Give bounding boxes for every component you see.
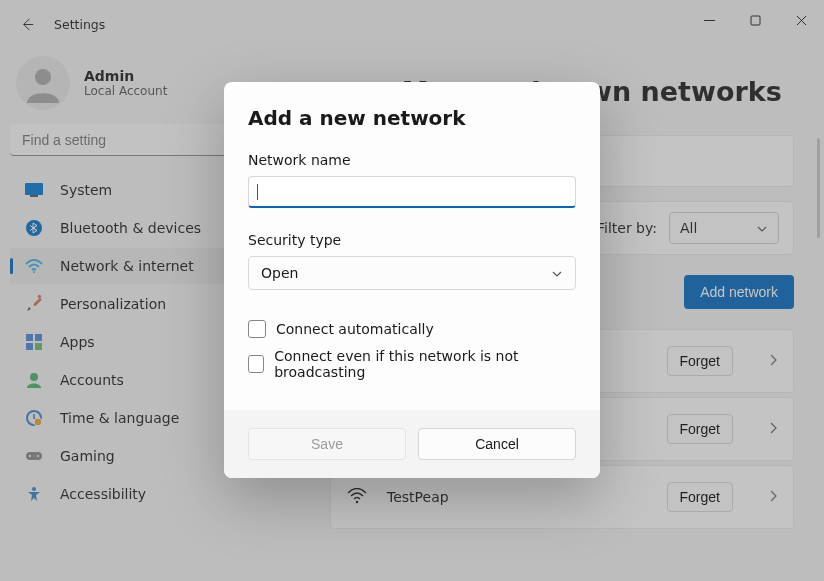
cancel-button[interactable]: Cancel [418, 428, 576, 460]
connect-broadcast-checkbox[interactable] [248, 355, 264, 373]
connect-automatically-label: Connect automatically [276, 321, 434, 337]
add-network-dialog: Add a new network Network name Security … [224, 82, 600, 478]
network-name-input[interactable] [258, 183, 567, 201]
chevron-down-icon [551, 265, 563, 281]
security-type-select[interactable]: Open [248, 256, 576, 290]
dialog-title: Add a new network [248, 106, 576, 130]
modal-overlay: Add a new network Network name Security … [0, 0, 824, 581]
connect-automatically-checkbox[interactable] [248, 320, 266, 338]
security-type-value: Open [261, 265, 298, 281]
connect-broadcast-row[interactable]: Connect even if this network is not broa… [248, 348, 576, 380]
connect-broadcast-label: Connect even if this network is not broa… [274, 348, 576, 380]
security-type-label: Security type [248, 232, 576, 248]
network-name-label: Network name [248, 152, 576, 168]
save-button[interactable]: Save [248, 428, 406, 460]
connect-automatically-row[interactable]: Connect automatically [248, 320, 576, 338]
network-name-input-wrap [248, 176, 576, 208]
dialog-footer: Save Cancel [224, 410, 600, 478]
